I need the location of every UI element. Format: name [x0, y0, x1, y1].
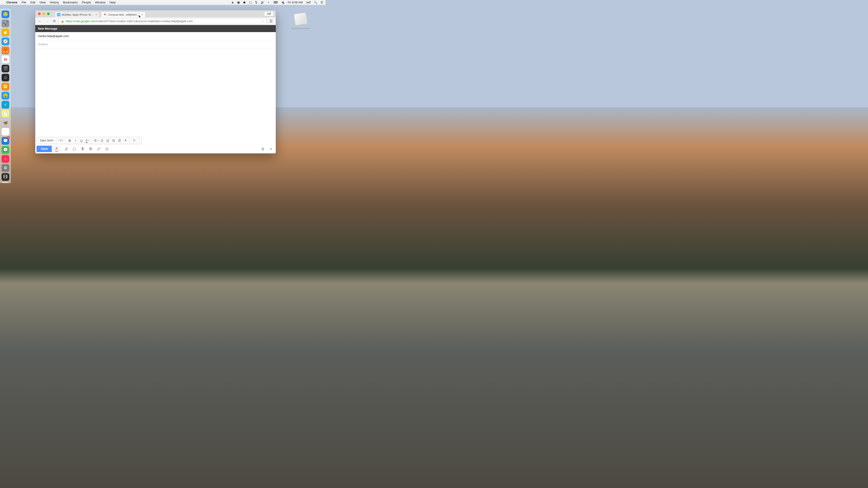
tab-gmail-compose[interactable]: M Compose Mail - jeff@9to5… ×	[101, 11, 145, 18]
dock-item-logic[interactable]: ♫	[2, 74, 9, 81]
dock-item-notes[interactable]: 📄	[2, 110, 9, 118]
dock-item-itunes[interactable]: ♪	[2, 155, 9, 163]
dock-item-messages[interactable]: 💬	[2, 146, 9, 154]
bold-button[interactable]: B	[67, 138, 72, 143]
dock-item-app-blue[interactable]: 😮	[2, 92, 9, 99]
dock-item-quicktime[interactable]: 🎞	[2, 173, 9, 181]
dock-item-calendar[interactable]: 26	[2, 56, 9, 63]
volume-icon[interactable]: 🔊	[260, 1, 264, 4]
dock-item-downloads[interactable]: ⇩	[2, 182, 9, 183]
tab-9to5mac[interactable]: ◔ 9to5Mac: Apple iPhone, M… ×	[55, 11, 99, 18]
favicon-9to5mac-icon: ◔	[57, 13, 60, 16]
font-size-dropdown[interactable]: TT▾	[58, 138, 64, 143]
dock-item-launchpad[interactable]: 🚀	[2, 20, 9, 27]
insert-photo-button[interactable]	[87, 146, 94, 152]
dock-item-firefox[interactable]: 🦊	[2, 46, 9, 54]
nav-back-button[interactable]: ←	[37, 19, 42, 24]
svg-point-23	[90, 149, 91, 150]
svg-rect-22	[89, 148, 92, 150]
compose-body[interactable]	[35, 48, 276, 137]
svg-point-9	[107, 139, 107, 140]
dock-item-finder[interactable]: 🙂	[2, 10, 9, 18]
menu-bookmarks[interactable]: Bookmarks	[63, 1, 78, 4]
sync-icon[interactable]: ⇅	[255, 1, 257, 4]
chrome-window: ◔ 9to5Mac: Apple iPhone, M… × M Compose …	[35, 10, 276, 153]
indent-more-button[interactable]	[117, 138, 123, 143]
desktop-file-label: mailto.safariextz	[289, 26, 312, 29]
dock-item-preview[interactable]: 🖼	[2, 83, 9, 90]
insert-money-button[interactable]: $	[79, 146, 86, 152]
dock-item-photos[interactable]: ✿	[2, 128, 9, 135]
menu-help[interactable]: Help	[110, 1, 116, 4]
tab-close-button[interactable]: ×	[142, 13, 143, 16]
underline-button[interactable]: U	[79, 138, 84, 143]
more-options-button[interactable]: ▾	[268, 146, 274, 152]
input-menu-icon[interactable]: ⌨	[274, 1, 278, 4]
window-close-button[interactable]	[38, 12, 41, 15]
menu-window[interactable]: Window	[95, 1, 105, 4]
menu-history[interactable]: History	[50, 1, 59, 4]
airplay-icon[interactable]: ▢	[249, 1, 252, 4]
menu-view[interactable]: View	[39, 1, 46, 4]
active-app-name[interactable]: Chrome	[6, 1, 18, 4]
quote-button[interactable]: ❝	[123, 138, 128, 143]
dock-item-settings[interactable]: ⚙	[2, 164, 9, 172]
tab-close-button[interactable]: ×	[95, 13, 97, 16]
insert-link-button[interactable]	[95, 146, 102, 152]
window-minimize-button[interactable]	[42, 12, 45, 15]
https-lock-icon: 🔒	[61, 20, 64, 23]
macos-dock: 🙂🚀◉🧭🦊26🎬♫🖼😮✓📄🦋✿💬2💬♪⚙🎞⇩🗑	[0, 8, 11, 183]
spotlight-icon[interactable]: 🔍	[314, 1, 317, 4]
nav-forward-button[interactable]: →	[44, 19, 50, 24]
menubar-user[interactable]: Jeff	[306, 1, 311, 4]
dock-item-chrome[interactable]: ◉	[2, 29, 9, 36]
dock-item-safari[interactable]: 🧭	[2, 37, 9, 45]
text-color-dropdown[interactable]: A▾	[84, 138, 90, 143]
dropbox-icon[interactable]: ⬖	[232, 1, 234, 4]
insert-emoji-button[interactable]	[103, 146, 110, 152]
italic-button[interactable]: I	[72, 138, 79, 143]
svg-point-11	[107, 140, 107, 141]
attach-file-button[interactable]	[63, 146, 70, 152]
screen-record-icon[interactable]: ⏺	[243, 1, 246, 4]
formatting-toggle-button[interactable]: A	[53, 146, 60, 152]
chrome-toolbar: ← → ⟳ 🔒 https://mail.google.com/mail/u/0…	[35, 18, 276, 25]
dock-item-things[interactable]: ✓	[2, 101, 9, 108]
battery-icon[interactable]: 🔌	[281, 1, 285, 4]
formatting-toolbar: Sans Serif▾ TT▾ B I U A▾ ▾ 123 ❝	[37, 137, 142, 144]
menubar-clock[interactable]: Fri 9:08 AM	[288, 1, 303, 4]
compose-to-field[interactable]: media.help@apple.com	[35, 32, 276, 40]
compose-header: New Message	[35, 25, 276, 32]
dock-item-messages-alt[interactable]: 💬2	[2, 137, 9, 144]
chrome-menu-button[interactable]: ☰	[268, 18, 274, 24]
chrome-profile-button[interactable]: Jeff	[264, 11, 274, 16]
discard-draft-button[interactable]	[259, 146, 266, 152]
indent-less-button[interactable]	[111, 138, 117, 143]
svg-marker-21	[73, 148, 76, 150]
bulleted-list-button[interactable]	[105, 138, 111, 143]
font-family-dropdown[interactable]: Sans Serif▾	[38, 139, 55, 142]
bookmark-star-icon[interactable]: ☆	[261, 20, 264, 23]
numbered-list-button[interactable]: 123	[99, 138, 105, 143]
insert-drive-button[interactable]	[71, 146, 78, 152]
window-traffic-lights	[38, 12, 50, 15]
url-host: mail.google.com	[74, 20, 96, 23]
address-bar[interactable]: 🔒 https://mail.google.com/mail/u/0/?view…	[59, 18, 266, 24]
dock-item-final-cut[interactable]: 🎬	[2, 65, 9, 72]
menu-people[interactable]: People	[82, 1, 91, 4]
menu-edit[interactable]: Edit	[30, 1, 35, 4]
desktop-file-mailto-extension[interactable]: mailto.safariextz	[289, 13, 312, 29]
nav-reload-button[interactable]: ⟳	[52, 19, 57, 24]
send-button[interactable]: Send	[37, 146, 52, 152]
remove-formatting-button[interactable]: T×	[131, 138, 137, 143]
compose-subject-field[interactable]: Subject	[35, 40, 276, 48]
menu-file[interactable]: File	[22, 1, 26, 4]
align-dropdown[interactable]: ▾	[93, 138, 99, 143]
menulet-square-icon[interactable]: ▣	[237, 1, 240, 4]
dock-item-butterfly[interactable]: 🦋	[2, 119, 9, 127]
svg-text:3: 3	[101, 141, 101, 142]
svg-point-25	[105, 148, 108, 150]
window-zoom-button[interactable]	[47, 12, 50, 15]
notification-center-icon[interactable]: ☰	[320, 1, 323, 4]
wifi-icon[interactable]: ᯤ	[268, 1, 270, 4]
